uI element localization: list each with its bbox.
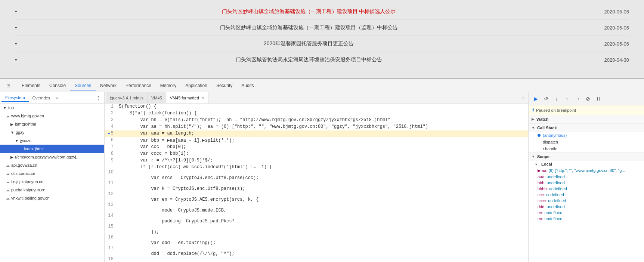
tree-item[interactable]: index.jhtml (0, 145, 104, 153)
line-number[interactable]: 1 (105, 104, 117, 109)
info-icon: ℹ (532, 108, 534, 112)
news-text[interactable]: 门头沟区妙峰山镇全域旅游基础设施（一期工程）建设项目 中标候选人公示 (222, 8, 396, 15)
line-number[interactable]: 12 (105, 186, 117, 197)
tab-sources[interactable]: Sources (70, 81, 96, 90)
tree-item[interactable]: ▶bjmtg/xhtml (0, 120, 104, 128)
scope-subsection[interactable]: ▼ Local (529, 161, 644, 167)
devtools: ⊡ ElementsConsoleSourcesNetworkPerforman… (0, 78, 644, 262)
tree-item[interactable]: ☁fxsjcj.kaipuyun.cn (0, 178, 104, 186)
tab-filesystem[interactable]: Filesystem (1, 94, 29, 102)
tree-item[interactable]: ▼top (0, 104, 104, 112)
line-number[interactable]: 8 (105, 151, 117, 156)
deactivate-btn[interactable]: ⊘ (583, 94, 593, 104)
line-number[interactable]: 9 (105, 157, 117, 163)
no-breakpoint (109, 175, 114, 181)
scope-key: ddd: (538, 204, 545, 209)
line-number[interactable]: 4 (105, 124, 117, 129)
line-number[interactable]: 10 (105, 164, 117, 175)
tab-security[interactable]: Security (212, 81, 237, 90)
watch-header[interactable]: ▶ Watch (529, 115, 644, 123)
line-content: }); (117, 229, 159, 235)
tab-application[interactable]: Application (181, 81, 212, 90)
editor-tab[interactable]: VM45 (148, 92, 166, 103)
scope-var: ▶ aa: (6) ["http:", "", "www.bjmtg.gov.c… (529, 167, 644, 174)
line-number[interactable]: 11 (105, 175, 117, 186)
tree-item[interactable]: ☁api.govwza.cn (0, 161, 104, 169)
editor-tab[interactable]: VM45:formatted✕ (166, 92, 208, 103)
news-text[interactable]: 门头沟区城管执法局永定河周边环境整治保安服务项目中标公告 (236, 56, 382, 63)
scope-val: undefined (544, 210, 562, 215)
tree-item-label: ggzy (16, 130, 24, 135)
scope-header[interactable]: ▼ Scope (529, 152, 644, 161)
editor-overflow-btn[interactable]: ≡ (519, 94, 527, 102)
tab-console[interactable]: Console (45, 81, 70, 90)
editor-tab-label: VM45 (151, 96, 162, 100)
step-btn[interactable]: → (573, 94, 582, 104)
no-breakpoint (109, 251, 114, 256)
devtools-toggle-btn[interactable]: ⊡ (3, 80, 13, 91)
line-number[interactable]: 2 (105, 110, 117, 116)
tab-network[interactable]: Network (96, 81, 121, 90)
tab-overrides[interactable]: Overrides (29, 94, 54, 102)
line-number[interactable]: 17 (105, 240, 117, 251)
line-number[interactable]: 16 (105, 229, 117, 240)
domain-icon: ☁ (6, 114, 10, 118)
line-number[interactable]: 15 (105, 218, 117, 229)
editor-tab[interactable]: jquery-3.4.1.min.js (106, 92, 148, 103)
line-content: var ccc = bbb[0]; (117, 144, 186, 150)
line-number[interactable]: ●5 (105, 130, 117, 136)
pause-on-exceptions-btn[interactable]: ⏸ (594, 94, 603, 104)
code-editor[interactable]: 1$(function() { 2 $("a").click(function(… (105, 104, 528, 262)
scope-key: aaa: (538, 175, 545, 179)
no-breakpoint (106, 151, 111, 156)
tree-item[interactable]: ☁yhxw.tj.beijing.gov.cn (0, 194, 104, 202)
tab-performance[interactable]: Performance (121, 81, 156, 90)
call-stack-item[interactable]: (anonymous) (529, 132, 644, 139)
line-content: var en = CryptoJS.AES.encrypt(srcs, k, { (117, 197, 258, 202)
code-line: 17 var ddd = en.toString(); (105, 240, 528, 251)
step-into-btn[interactable]: ↓ (552, 94, 561, 104)
line-number[interactable]: 6 (105, 137, 117, 143)
call-stack-items: (anonymous)dispatchr.handle (529, 132, 644, 152)
news-text[interactable]: 2020年温馨家园托管服务项目更正公告 (264, 40, 354, 47)
tree-item[interactable]: ☁dcs.conac.cn (0, 169, 104, 178)
step-over-btn[interactable]: ↺ (541, 94, 551, 104)
tab-elements[interactable]: Elements (17, 81, 45, 90)
step-out-btn[interactable]: ↑ (562, 94, 572, 104)
scope-key: bbb: (538, 181, 545, 185)
tab-audits[interactable]: Audits (237, 81, 258, 90)
tab-memory[interactable]: Memory (156, 81, 181, 90)
debugger-panel: ▶ ↺ ↓ ↑ → ⊘ ⏸ ℹ Paused on breakpoint ▶ W… (528, 92, 644, 262)
scope-key: ee: (538, 210, 543, 215)
news-date: 2020-05-06 (604, 25, 629, 31)
call-stack-item[interactable]: r.handle (529, 145, 644, 152)
code-line: 12 var k = CryptoJS.enc.Utf8.parse(s); (105, 186, 528, 197)
line-number[interactable]: 14 (105, 207, 117, 218)
line-number[interactable]: 7 (105, 144, 117, 150)
line-number[interactable]: 3 (105, 117, 117, 123)
line-content: padding: CryptoJS.pad.Pkcs7 (117, 218, 235, 224)
tree-item-label: r/cms/com.ggzyjy.www/com.ggzyj... (15, 155, 80, 159)
tree-item[interactable]: ▼ggzy (0, 128, 104, 136)
line-content: $(function() { (117, 104, 157, 109)
scope-val: undefined (546, 192, 564, 197)
tab-more[interactable]: ⋮ (95, 94, 103, 102)
resume-btn[interactable]: ▶ (531, 94, 541, 104)
close-tab-btn[interactable]: ✕ (201, 96, 204, 100)
scope-var: bbb: undefined (529, 180, 644, 186)
line-number[interactable]: 13 (105, 197, 117, 207)
call-stack-item[interactable]: dispatch (529, 139, 644, 145)
news-text[interactable]: 门头沟区妙峰山镇全域旅游基础设施（一期工程）建设项目（监理）中标公告 (220, 24, 398, 31)
call-stack-header[interactable]: ▼ Call Stack (529, 124, 644, 132)
code-line: 11 var srcs = CryptoJS.enc.Utf8.parse(cc… (105, 175, 528, 186)
tree-item[interactable]: ▼jyxxzc (0, 136, 104, 145)
line-number[interactable]: 18 (105, 251, 117, 262)
no-breakpoint (109, 208, 114, 213)
tab-overflow[interactable]: » (54, 95, 59, 101)
tree-item[interactable]: ☁pucha.kaipuyun.cn (0, 186, 104, 194)
scope-section: ▼ Scope ▼ Local▶ aa: (6) ["http:", "", "… (529, 152, 644, 222)
folder-open-icon: ▼ (15, 139, 19, 143)
scope-arrow: ▼ (532, 155, 535, 158)
tree-item[interactable]: ▶r/cms/com.ggzyjy.www/com.ggzyj... (0, 153, 104, 161)
tree-item[interactable]: ☁www.bjmtg.gov.cn (0, 112, 104, 120)
